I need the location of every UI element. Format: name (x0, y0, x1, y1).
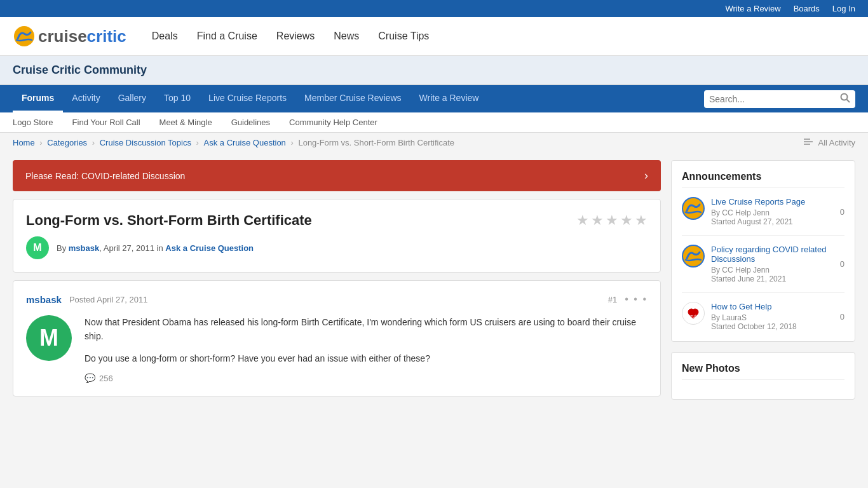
search-button[interactable] (840, 93, 850, 105)
breadcrumb-current: Long-Form vs. Short-Form Birth Certifica… (298, 138, 454, 147)
sub-nav-community-help-center[interactable]: Community Help Center (289, 118, 377, 127)
post-footer: 💬 256 (85, 373, 648, 383)
svg-rect-5 (804, 144, 810, 145)
sub-nav-find-your-roll-call[interactable]: Find Your Roll Call (72, 118, 140, 127)
all-activity-icon (804, 139, 814, 147)
logo-critic-text: critic (87, 27, 126, 46)
post-body-2: Do you use a long-form or short-form? Ha… (85, 351, 648, 365)
header-nav-cruise-tips[interactable]: Cruise Tips (378, 30, 429, 41)
write-review-topbar[interactable]: Write a Review (725, 4, 780, 13)
header-nav-news[interactable]: News (334, 30, 359, 41)
forum-nav-gallery[interactable]: Gallery (109, 85, 155, 111)
announcements-title: Announcements (682, 171, 844, 188)
content-area: Please Read: COVID-related Discussion › … (13, 160, 661, 410)
post-meta-text: By msbask, April 27, 2011 in Ask a Cruis… (57, 243, 254, 253)
main-layout: Please Read: COVID-related Discussion › … (0, 152, 868, 417)
post-number: #1 (608, 295, 617, 304)
breadcrumb-sep-1: › (37, 138, 45, 147)
sub-nav-meet-&-mingle[interactable]: Meet & Mingle (159, 118, 212, 127)
forum-nav-activity[interactable]: Activity (63, 85, 109, 111)
sub-nav-logo-store[interactable]: Logo Store (13, 118, 53, 127)
header-nav-reviews[interactable]: Reviews (276, 30, 315, 41)
community-bar: Cruise Critic Community (0, 56, 868, 85)
star-4: ★ (620, 212, 633, 229)
header: cruisecritic DealsFind a CruiseReviewsNe… (0, 17, 868, 56)
post-header-card: Long-Form vs. Short-Form Birth Certifica… (13, 199, 661, 273)
top-bar: Write a Review Boards Log In (0, 0, 868, 17)
ann-count-0: 0 (840, 207, 844, 217)
ann-content-0: Live Cruise Reports Page By CC Help Jenn… (711, 197, 834, 226)
post-row-header: msbask Posted April 27, 2011 #1 • • • (26, 294, 648, 305)
all-activity-link[interactable]: All Activity (804, 138, 855, 147)
post-content-card: msbask Posted April 27, 2011 #1 • • • M … (13, 280, 661, 396)
logo-cruise-text: cruise (38, 27, 87, 46)
ann-title-0[interactable]: Live Cruise Reports Page (711, 197, 834, 207)
svg-point-0 (14, 26, 34, 46)
breadcrumb: Home › Categories › Cruise Discussion To… (13, 138, 454, 147)
sub-nav: Logo StoreFind Your Roll CallMeet & Ming… (0, 112, 868, 133)
sub-nav-guidelines[interactable]: Guidelines (231, 118, 270, 127)
announcements-card: Announcements Live Cruise Reports Page B… (671, 160, 855, 342)
post-date-label: Posted April 27, 2011 (69, 295, 148, 304)
ann-content-1: Policy regarding COVID related Discussio… (711, 245, 834, 283)
forum-nav-forums[interactable]: Forums (13, 85, 63, 112)
poster-avatar-initial: M (39, 325, 58, 351)
svg-text:critic: critic (688, 318, 698, 320)
search-box (704, 90, 855, 108)
svg-point-7 (683, 246, 703, 266)
poster-name[interactable]: msbask (26, 294, 62, 305)
covid-banner-text: Please Read: COVID-related Discussion (25, 171, 185, 181)
avatar-initial: M (33, 242, 41, 254)
breadcrumb-sep-3: › (194, 138, 201, 147)
ann-avatar-0 (682, 197, 705, 220)
comment-icon: 💬 (85, 373, 95, 383)
ann-title-1[interactable]: Policy regarding COVID related Discussio… (711, 245, 834, 264)
star-rating: ★ ★ ★ ★ ★ (576, 212, 648, 229)
header-nav-deals[interactable]: Deals (152, 30, 178, 41)
star-3: ★ (606, 212, 618, 229)
post-body-area: M Now that President Obama has released … (26, 315, 648, 383)
ann-avatar-1 (682, 245, 705, 268)
post-text-area: Now that President Obama has released hi… (85, 315, 648, 383)
post-title: Long-Form vs. Short-Form Birth Certifica… (26, 212, 312, 229)
forum-nav: ForumsActivityGalleryTop 10Live Cruise R… (0, 85, 868, 112)
breadcrumb-link-2[interactable]: Cruise Discussion Topics (100, 138, 191, 147)
breadcrumb-link-0[interactable]: Home (13, 138, 35, 147)
star-2: ★ (591, 212, 604, 229)
header-nav-find-a-cruise[interactable]: Find a Cruise (197, 30, 257, 41)
svg-rect-3 (804, 139, 810, 140)
ann-by-0: By CC Help Jenn (711, 208, 834, 217)
svg-point-6 (683, 198, 703, 219)
logo-icon (13, 25, 36, 48)
svg-point-1 (841, 93, 848, 100)
login-topbar[interactable]: Log In (832, 4, 855, 13)
ann-count-2: 0 (840, 312, 844, 322)
ann-by-1: By CC Help Jenn (711, 266, 834, 274)
post-options-button[interactable]: • • • (625, 294, 648, 305)
breadcrumb-link-1[interactable]: Categories (47, 138, 87, 147)
ann-date-0: Started August 27, 2021 (711, 217, 834, 226)
breadcrumb-sep-2: › (90, 138, 97, 147)
star-1: ★ (576, 212, 589, 229)
search-input[interactable] (709, 94, 836, 104)
forum-nav-live-cruise-reports[interactable]: Live Cruise Reports (200, 85, 295, 111)
all-activity-label: All Activity (818, 138, 855, 147)
svg-line-2 (847, 99, 850, 102)
ann-title-2[interactable]: How to Get Help (711, 302, 834, 311)
forum-nav-top10[interactable]: Top 10 (155, 85, 200, 111)
ann-by-2: By LauraS (711, 313, 834, 322)
breadcrumb-bar: Home › Categories › Cruise Discussion To… (0, 133, 868, 152)
post-author-link[interactable]: msbask (69, 243, 99, 253)
forum-nav-write-a-review[interactable]: Write a Review (410, 85, 488, 111)
announcement-item-1: Policy regarding COVID related Discussio… (682, 245, 844, 293)
post-category-link[interactable]: Ask a Cruise Question (165, 243, 254, 253)
post-meta: M By msbask, April 27, 2011 in Ask a Cru… (26, 236, 648, 259)
post-title-row: Long-Form vs. Short-Form Birth Certifica… (26, 212, 648, 229)
covid-banner[interactable]: Please Read: COVID-related Discussion › (13, 160, 661, 191)
forum-nav-member-cruise-reviews[interactable]: Member Cruise Reviews (295, 85, 410, 111)
logo[interactable]: cruisecritic (13, 25, 126, 48)
ann-content-2: How to Get Help By LauraS Started Octobe… (711, 302, 834, 331)
post-body-1: Now that President Obama has released hi… (85, 315, 648, 344)
boards-topbar[interactable]: Boards (794, 4, 820, 13)
breadcrumb-link-3[interactable]: Ask a Cruise Question (204, 138, 286, 147)
